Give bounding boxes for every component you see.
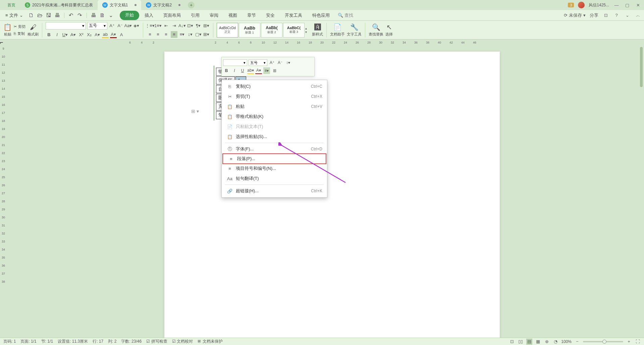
styles-more-icon[interactable]: ▴▾ <box>305 23 310 38</box>
style-normal[interactable]: AaBbCcDd正文 <box>217 23 238 38</box>
ctx-item[interactable]: 📋选择性粘贴(S)... <box>222 132 327 142</box>
mini-font-select[interactable]: ▾ <box>223 59 247 66</box>
fullscreen-icon[interactable]: ⛶ <box>635 339 641 345</box>
find-replace-button[interactable]: 🔍查找替换 <box>369 23 383 37</box>
menu-tab-ref[interactable]: 引用 <box>186 11 204 20</box>
numbering-icon[interactable]: 1≡▾ <box>155 22 161 29</box>
grow-font-icon[interactable]: A⁺ <box>109 22 115 29</box>
distribute-icon[interactable]: ≡▾ <box>179 31 185 38</box>
border-top-icon[interactable]: ⊡▾ <box>187 22 194 29</box>
menu-tab-insert[interactable]: 插入 <box>140 11 158 20</box>
menu-tab-dev[interactable]: 开发工具 <box>280 11 307 20</box>
ctx-item[interactable]: Ⓣ字体(F)...Ctrl+D <box>222 144 327 154</box>
indent-dec-icon[interactable]: ⇤ <box>163 22 169 29</box>
indent-inc-icon[interactable]: ⇥ <box>171 22 177 29</box>
ctx-item[interactable]: 🔗超链接(H)...Ctrl+K <box>222 186 327 196</box>
view-mode-1-icon[interactable]: ⊡ <box>509 339 515 345</box>
feedback-icon[interactable]: ⊡ <box>602 12 609 19</box>
status-words[interactable]: 字数: 23/46 <box>121 339 142 344</box>
qat-more-icon[interactable]: ⌄ <box>108 12 114 19</box>
underline-icon[interactable]: U▾ <box>62 31 68 38</box>
add-tab-button[interactable]: + <box>188 2 195 8</box>
redo-icon[interactable]: ↷ <box>76 12 83 19</box>
unsaved-status[interactable]: ⟳ 未保存 ▾ <box>564 12 586 18</box>
view-mode-4-icon[interactable]: ▦ <box>535 339 541 345</box>
tab-home[interactable]: 首页 <box>3 0 20 10</box>
sort-icon[interactable]: A↓▾ <box>179 22 185 29</box>
ctx-item[interactable]: 📋带格式粘贴(K) <box>222 112 327 122</box>
print-icon[interactable]: 🖶 <box>54 12 61 19</box>
ctx-item[interactable]: ≡项目符号和编号(N)... <box>222 163 327 174</box>
align-justify-icon[interactable]: ≡ <box>171 31 177 38</box>
view-mode-2-icon[interactable]: ▯▯ <box>518 339 524 345</box>
dropdown-side-icon[interactable]: ▾ <box>197 109 199 114</box>
mini-align-icon[interactable]: ≡▾ <box>263 67 270 74</box>
view-mode-3-icon[interactable]: ▤ <box>526 339 532 345</box>
mini-merge-icon[interactable]: ⊞ <box>271 67 278 74</box>
mini-shrink-font-icon[interactable]: A⁻ <box>277 59 283 66</box>
borders-icon[interactable]: ⊞▾ <box>203 31 210 38</box>
align-left-icon[interactable]: ≡ <box>147 31 153 38</box>
status-page-no[interactable]: 页码: 1 <box>3 339 16 344</box>
mini-highlight-icon[interactable]: ab▾ <box>247 67 254 74</box>
subscript-icon[interactable]: X₂ <box>86 31 93 38</box>
shading-icon[interactable]: A <box>118 31 125 38</box>
save-icon[interactable]: 🖫 <box>45 12 52 19</box>
ctx-item[interactable]: ≡段落(P)... <box>222 153 326 164</box>
file-menu[interactable]: ≡ 文件 ⌄ <box>3 12 26 18</box>
size-select[interactable]: 五号▾ <box>87 22 107 29</box>
insert-side-icon[interactable]: ⊞ <box>191 109 195 114</box>
zoom-in-icon[interactable]: + <box>626 339 632 345</box>
zoom-out-icon[interactable]: − <box>574 339 580 345</box>
mini-line-spacing-icon[interactable]: ↕▾ <box>285 59 291 66</box>
doc-helper-button[interactable]: 📄文档助手 <box>330 23 345 37</box>
italic-icon[interactable]: I <box>54 31 60 38</box>
collapse-ribbon-icon[interactable]: ︿ <box>635 12 641 19</box>
align-center-icon[interactable]: ≡ <box>155 31 161 38</box>
new-style-button[interactable]: 🅰新样式 <box>312 23 323 37</box>
mini-underline-icon[interactable]: U <box>239 67 246 74</box>
undo-icon[interactable]: ↶ <box>68 12 74 19</box>
menu-tab-start[interactable]: 开始 <box>120 11 139 20</box>
text-tool-button[interactable]: 🔧文字工具 <box>347 23 362 37</box>
mini-italic-icon[interactable]: I <box>231 67 238 74</box>
view-read-icon[interactable]: ◔ <box>552 339 558 345</box>
help-icon[interactable]: ? <box>613 12 620 19</box>
open-icon[interactable]: 🗁 <box>37 12 43 19</box>
bullets-icon[interactable]: ⋮≡▾ <box>147 22 153 29</box>
menu-tab-layout[interactable]: 页面布局 <box>159 11 185 20</box>
close-button[interactable]: ✕ <box>635 2 641 8</box>
view-web-icon[interactable]: ⊕ <box>544 339 550 345</box>
fill-icon[interactable]: ▢▾ <box>195 31 202 38</box>
new-icon[interactable]: 🗋 <box>28 12 35 19</box>
line-spacing-icon[interactable]: ↕▾ <box>187 31 194 38</box>
scrollbar-v[interactable] <box>639 46 643 338</box>
minimize-button[interactable]: — <box>613 2 620 8</box>
menu-tab-special[interactable]: 特色应用 <box>308 11 334 20</box>
print2-icon[interactable]: 🖶 <box>90 12 97 19</box>
search-box[interactable]: 🔍 查找 <box>338 12 353 18</box>
tab-doc2[interactable]: W 文字文稿1 <box>98 0 142 10</box>
change-case-icon[interactable]: Aa▾ <box>125 22 131 29</box>
paste-button[interactable]: 📋粘贴 <box>3 23 12 37</box>
menu-tab-review[interactable]: 审阅 <box>205 11 223 20</box>
zoom-value[interactable]: 100% <box>561 339 572 344</box>
shrink-font-icon[interactable]: A⁻ <box>117 22 123 29</box>
mini-size-select[interactable]: 五号▾ <box>249 59 267 66</box>
status-spell[interactable]: ☑ 拼写检查 <box>146 339 167 344</box>
copy-button[interactable]: ⎘ 复制 <box>14 31 25 36</box>
text-effect-icon[interactable]: A▾ <box>94 31 101 38</box>
mini-font-color-icon[interactable]: A▾ <box>255 67 262 74</box>
zoom-slider[interactable] <box>583 341 623 342</box>
bold-icon[interactable]: B <box>46 31 52 38</box>
mini-grow-font-icon[interactable]: A⁺ <box>269 59 275 66</box>
select-button[interactable]: ↖选择 <box>385 23 393 37</box>
mini-bold-icon[interactable]: B <box>223 67 230 74</box>
menu-tab-view[interactable]: 视图 <box>224 11 242 20</box>
ctx-item[interactable]: Aa短句翻译(T) <box>222 174 327 184</box>
ribbon-more-icon[interactable]: ⌄ <box>624 12 631 19</box>
share-button[interactable]: 分享 <box>590 12 598 18</box>
ruler-v[interactable]: 9101112131415161718192021222324252627282… <box>0 46 7 338</box>
status-protect[interactable]: ⛨ 文档未保护 <box>198 339 223 344</box>
font-select[interactable]: ▾ <box>46 22 86 29</box>
